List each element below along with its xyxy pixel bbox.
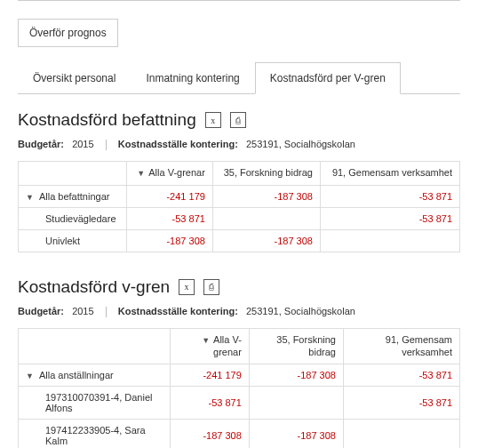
row-employee-2[interactable]: 197412233905-4, Sara Kalm bbox=[19, 420, 171, 448]
cell-value bbox=[249, 387, 343, 420]
row-all-positions[interactable]: ▼Alla befattningar bbox=[19, 185, 127, 207]
cell-value: -53 871 bbox=[343, 387, 459, 420]
cell-value bbox=[212, 207, 320, 229]
section-title-vgren-text: Kostnadsförd v-gren bbox=[18, 277, 170, 297]
cell-value bbox=[320, 229, 459, 252]
tab-overview-personal[interactable]: Översikt personal bbox=[18, 62, 131, 94]
pdf-export-icon[interactable]: ⎙ bbox=[203, 279, 219, 295]
col-head-91[interactable]: 91, Gemensam verksamhet bbox=[320, 162, 459, 186]
table-corner bbox=[19, 328, 171, 364]
table-row: Studievägledare -53 871 -53 871 bbox=[19, 207, 460, 229]
cell-value bbox=[343, 420, 459, 448]
pdf-export-icon[interactable]: ⎙ bbox=[230, 112, 246, 128]
meta-line-2: Budgetår: 2015 Kostnadsställe kontering:… bbox=[18, 306, 460, 317]
table-row: 197310070391-4, Daniel Alfons -53 871 -5… bbox=[19, 387, 460, 420]
budget-year-label-1: Budgetår: bbox=[18, 139, 64, 149]
tabs-bar: Översikt personal Inmatning kontering Ko… bbox=[18, 61, 460, 94]
cell-value: -187 308 bbox=[249, 420, 343, 448]
budget-year-value-2: 2015 bbox=[72, 306, 93, 316]
excel-export-icon[interactable]: x bbox=[205, 112, 221, 128]
table-befattning: ▼Alla V-grenar 35, Forskning bidrag 91, … bbox=[18, 161, 460, 252]
cell-value: -187 308 bbox=[170, 420, 249, 448]
budget-year-label-2: Budgetår: bbox=[18, 306, 64, 316]
row-studievagledare[interactable]: Studievägledare bbox=[19, 207, 127, 229]
transfer-forecast-button[interactable]: Överför prognos bbox=[18, 19, 118, 47]
meta-line-1: Budgetår: 2015 Kostnadsställe kontering:… bbox=[18, 139, 460, 150]
cell-value: -187 308 bbox=[212, 229, 320, 252]
cell-value: -53 871 bbox=[127, 207, 213, 229]
excel-export-icon[interactable]: x bbox=[179, 279, 195, 295]
chevron-down-icon: ▼ bbox=[26, 193, 34, 202]
budget-year-value-1: 2015 bbox=[72, 139, 93, 149]
col-head-all-vgren[interactable]: ▼Alla V-grenar bbox=[170, 328, 249, 364]
tab-cost-per-vgren[interactable]: Kostnadsförd per V-gren bbox=[255, 62, 401, 94]
table-corner bbox=[19, 162, 127, 186]
cell-value: -241 179 bbox=[127, 185, 213, 207]
table-row: ▼Alla befattningar -241 179 -187 308 -53… bbox=[19, 185, 460, 207]
section-title-befattning-text: Kostnadsförd befattning bbox=[18, 110, 196, 130]
col-head-35[interactable]: 35, Forskning bidrag bbox=[249, 328, 343, 364]
cell-value: -187 308 bbox=[212, 185, 320, 207]
table-row: ▼Alla anställningar -241 179 -187 308 -5… bbox=[19, 364, 460, 387]
cell-value: -53 871 bbox=[320, 185, 459, 207]
section-title-vgren: Kostnadsförd v-gren x ⎙ bbox=[18, 277, 460, 297]
cost-center-label-1: Kostnadsställe kontering: bbox=[118, 139, 238, 149]
cell-value: -187 308 bbox=[249, 364, 343, 387]
tab-input-accounting[interactable]: Inmatning kontering bbox=[131, 62, 254, 94]
section-title-befattning: Kostnadsförd befattning x ⎙ bbox=[18, 110, 460, 130]
row-all-employments[interactable]: ▼Alla anställningar bbox=[19, 364, 171, 387]
col-head-35[interactable]: 35, Forskning bidrag bbox=[212, 162, 320, 186]
col-head-91[interactable]: 91, Gemensam verksamhet bbox=[343, 328, 459, 364]
row-univlekt[interactable]: Univlekt bbox=[19, 229, 127, 252]
cell-value: -187 308 bbox=[127, 229, 213, 252]
row-employee-1[interactable]: 197310070391-4, Daniel Alfons bbox=[19, 387, 171, 420]
cost-center-label-2: Kostnadsställe kontering: bbox=[118, 306, 238, 316]
col-head-all-vgren[interactable]: ▼Alla V-grenar bbox=[127, 162, 213, 186]
cost-center-value-2: 253191, Socialhögskolan bbox=[246, 306, 355, 316]
cell-value: -53 871 bbox=[320, 207, 459, 229]
chevron-down-icon: ▼ bbox=[26, 372, 34, 380]
cost-center-value-1: 253191, Socialhögskolan bbox=[246, 139, 355, 149]
table-row: Univlekt -187 308 -187 308 bbox=[19, 229, 460, 252]
cell-value: -241 179 bbox=[170, 364, 249, 387]
table-vgren: ▼Alla V-grenar 35, Forskning bidrag 91, … bbox=[18, 328, 460, 448]
cell-value: -53 871 bbox=[343, 364, 459, 387]
table-row: 197412233905-4, Sara Kalm -187 308 -187 … bbox=[19, 420, 460, 448]
cell-value: -53 871 bbox=[170, 387, 249, 420]
